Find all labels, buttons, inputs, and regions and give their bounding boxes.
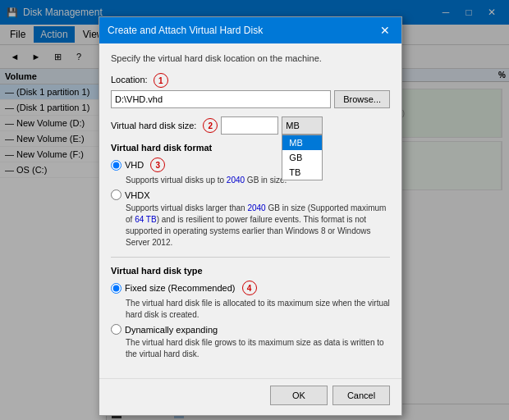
location-group: Location: 1 Browse... — [111, 73, 390, 108]
dialog-subtitle: Specify the virtual hard disk location o… — [111, 53, 390, 63]
unit-dropdown-open: MB GB TB — [282, 135, 323, 180]
step-4-circle: 4 — [242, 281, 257, 295]
dialog-title-bar: Create and Attach Virtual Hard Disk ✕ — [99, 17, 401, 43]
browse-button[interactable]: Browse... — [334, 90, 390, 108]
vhd-description: Supports virtual disks up to 2040 GB in … — [126, 175, 390, 186]
create-vhd-dialog: Create and Attach Virtual Hard Disk ✕ Sp… — [99, 16, 402, 416]
unit-dropdown-wrapper: MB GB TB MB GB TB — [282, 116, 323, 135]
vhdx-highlight-2: 64 TB — [135, 215, 157, 224]
vhd-highlight: 2040 — [227, 176, 245, 185]
separator — [111, 257, 390, 258]
vhdx-description: Supports virtual disks larger than 2040 … — [126, 203, 390, 249]
location-row: Browse... — [111, 90, 390, 108]
dialog-close-button[interactable]: ✕ — [377, 22, 393, 39]
dialog-title-text: Create and Attach Virtual Hard Disk — [108, 25, 263, 36]
cancel-button[interactable]: Cancel — [332, 386, 390, 405]
size-group: Virtual hard disk size: 2 MB GB TB MB GB… — [111, 116, 390, 135]
dynamic-radio-row: Dynamically expanding — [111, 324, 390, 335]
unit-select[interactable]: MB GB TB — [282, 116, 323, 135]
vhd-radio[interactable] — [111, 160, 122, 171]
step-1-circle: 1 — [154, 73, 168, 88]
type-section-title: Virtual hard disk type — [111, 266, 390, 276]
dynamic-description: The virtual hard disk file grows to its … — [126, 337, 390, 360]
vhdx-radio-row: VHDX — [111, 189, 390, 200]
format-group: Virtual hard disk format VHD 3 Supports … — [111, 143, 390, 249]
type-group: Virtual hard disk type Fixed size (Recom… — [111, 266, 390, 360]
location-input[interactable] — [111, 90, 331, 108]
size-label: Virtual hard disk size: — [111, 121, 196, 130]
step-3-circle: 3 — [150, 158, 165, 172]
unit-option-tb[interactable]: TB — [282, 165, 322, 180]
fixed-label: Fixed size (Recommended) — [125, 283, 236, 293]
dynamic-radio[interactable] — [111, 324, 122, 335]
size-row: Virtual hard disk size: 2 MB GB TB MB GB… — [111, 116, 390, 135]
vhdx-radio[interactable] — [111, 189, 122, 200]
fixed-description: The virtual hard disk file is allocated … — [126, 298, 390, 321]
unit-option-gb[interactable]: GB — [282, 150, 322, 165]
step-2-circle: 2 — [203, 118, 218, 133]
ok-button[interactable]: OK — [270, 386, 328, 405]
unit-option-mb[interactable]: MB — [282, 135, 322, 150]
vhdx-label: VHDX — [125, 190, 150, 200]
fixed-radio-row: Fixed size (Recommended) 4 — [111, 281, 390, 295]
location-label: Location: 1 — [111, 73, 390, 88]
vhdx-highlight-1: 2040 — [247, 203, 265, 212]
size-input[interactable] — [221, 116, 278, 135]
vhd-label: VHD — [125, 160, 144, 170]
fixed-radio[interactable] — [111, 283, 122, 294]
dialog-footer: OK Cancel — [99, 378, 401, 415]
dynamic-label: Dynamically expanding — [125, 325, 218, 335]
dialog-body: Specify the virtual hard disk location o… — [99, 43, 401, 378]
vhd-radio-row: VHD 3 — [111, 158, 390, 172]
format-section-title: Virtual hard disk format — [111, 143, 390, 153]
